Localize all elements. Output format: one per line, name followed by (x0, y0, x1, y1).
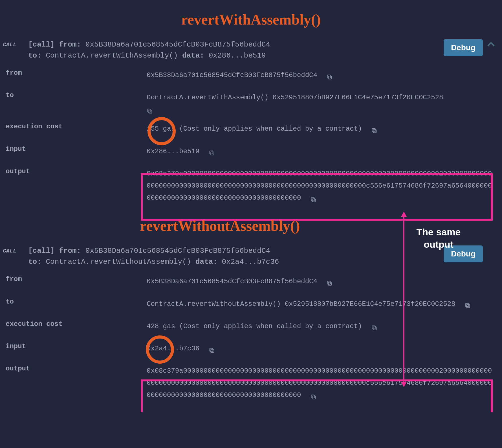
output-value: 0x08c379a0000000000000000000000000000000… (147, 365, 499, 401)
copy-icon[interactable] (310, 195, 316, 201)
input-value: 0x2a4...b7c36 (147, 342, 499, 355)
detail-to: to ContractA.revertWithAssembly() 0x5295… (6, 86, 499, 118)
chevron-up-icon[interactable] (486, 39, 496, 53)
call-tag: [call] (28, 40, 55, 49)
arrow-head-up-icon (401, 212, 407, 217)
detail-output: output 0x08c379a000000000000000000000000… (6, 162, 499, 209)
svg-rect-2 (149, 110, 152, 113)
data-label: data: (182, 51, 204, 60)
detail-to: to ContractA.revertWithoutAssembly() 0x5… (6, 293, 499, 315)
svg-rect-19 (311, 395, 314, 398)
cost-label: execution cost (6, 320, 147, 328)
svg-rect-12 (466, 304, 470, 308)
data-value: 0x2a4...b7c36 (222, 258, 279, 266)
from-label: from (6, 275, 147, 283)
to-value: ContractA.revertWithAssembly() (46, 51, 178, 60)
detail-from: from 0x5B38Da6a701c568545dCfcB03FcB875f5… (6, 64, 499, 86)
to-value: ContractA.revertWithoutAssembly() (46, 258, 191, 266)
from-label: from: (59, 40, 81, 49)
heading-1: revertWithAssembly() (3, 11, 499, 28)
svg-rect-3 (148, 109, 151, 112)
call-badge: CALL (3, 245, 28, 254)
output-label: output (6, 168, 147, 175)
detail-output: output 0x08c379a000000000000000000000000… (6, 360, 499, 407)
svg-rect-13 (466, 304, 469, 307)
copy-icon[interactable] (209, 346, 215, 352)
cost-value: 428 gas (Cost only applies when called b… (147, 320, 499, 332)
to-label: to (6, 298, 147, 306)
svg-rect-18 (312, 396, 315, 399)
detail-from: from 0x5B38Da6a701c568545dCfcB03FcB875f5… (6, 270, 499, 293)
svg-rect-6 (211, 152, 214, 155)
cost-value: 155 gas (Cost only applies when called b… (147, 123, 499, 135)
copy-icon[interactable] (464, 301, 471, 307)
svg-rect-10 (329, 282, 332, 285)
output-label: output (6, 365, 147, 372)
tx-details-2: from 0x5B38Da6a701c568545dCfcB03FcB875f5… (3, 270, 499, 406)
copy-icon[interactable] (310, 392, 316, 398)
call-tag: [call] (28, 247, 55, 255)
svg-rect-5 (372, 129, 375, 132)
from-value: 0x5B38Da6a701c568545dCfcB03FcB875f56bedd… (147, 69, 499, 81)
copy-icon[interactable] (326, 278, 333, 285)
svg-rect-7 (210, 151, 213, 154)
tx-header-1[interactable]: CALL [call] from: 0x5B38Da6a701c568545dC… (3, 36, 499, 64)
from-label: from: (59, 247, 81, 255)
data-value: 0x286...be519 (209, 51, 266, 60)
data-label: data: (195, 258, 217, 266)
from-value: 0x5B38Da6a701c568545dCfcB03FcB875f56bedd… (147, 275, 499, 287)
tx-summary: [call] from: 0x5B38Da6a701c568545dCfcB03… (28, 39, 444, 61)
copy-icon[interactable] (371, 126, 377, 132)
detail-input: input 0x286...be519 (6, 140, 499, 162)
svg-rect-14 (373, 327, 376, 330)
to-value: ContractA.revertWithoutAssembly() 0x5295… (147, 298, 499, 310)
to-label: to: (28, 51, 41, 60)
from-address: 0x5B38Da6a701c568545dCfcB03FcB875f56bedd… (85, 247, 270, 255)
svg-rect-0 (329, 76, 332, 79)
cost-label: execution cost (6, 123, 147, 130)
svg-rect-4 (373, 129, 376, 133)
output-value: 0x08c379a0000000000000000000000000000000… (147, 168, 499, 204)
transaction-block-1: revertWithAssembly() CALL [call] from: 0… (3, 11, 499, 209)
input-label: input (6, 342, 147, 350)
from-label: from (6, 69, 147, 77)
from-address: 0x5B38Da6a701c568545dCfcB03FcB875f56bedd… (85, 40, 270, 49)
call-badge: CALL (3, 39, 28, 48)
copy-icon[interactable] (209, 148, 215, 154)
svg-rect-16 (211, 349, 214, 352)
tx-summary: [call] from: 0x5B38Da6a701c568545dCfcB03… (28, 245, 444, 267)
svg-rect-8 (312, 199, 315, 202)
debug-button[interactable]: Debug (444, 39, 483, 56)
to-label: to (6, 91, 147, 99)
detail-input: input 0x2a4...b7c36 (6, 337, 499, 360)
to-value: ContractA.revertWithAssembly() 0x5295188… (147, 91, 499, 113)
input-label: input (6, 145, 147, 153)
svg-rect-17 (210, 348, 213, 351)
copy-icon[interactable] (326, 72, 333, 78)
tx-details-1: from 0x5B38Da6a701c568545dCfcB03FcB875f5… (3, 64, 499, 209)
svg-rect-15 (372, 326, 375, 329)
detail-execution-cost: execution cost 155 gas (Cost only applie… (6, 118, 499, 140)
svg-rect-9 (311, 197, 314, 201)
svg-rect-11 (327, 281, 331, 284)
same-output-label: The same output (403, 226, 474, 251)
copy-icon[interactable] (371, 323, 377, 329)
input-value: 0x286...be519 (147, 145, 499, 157)
copy-icon[interactable] (147, 106, 153, 113)
detail-execution-cost: execution cost 428 gas (Cost only applie… (6, 315, 499, 337)
to-label: to: (28, 258, 41, 266)
svg-rect-1 (327, 75, 331, 78)
